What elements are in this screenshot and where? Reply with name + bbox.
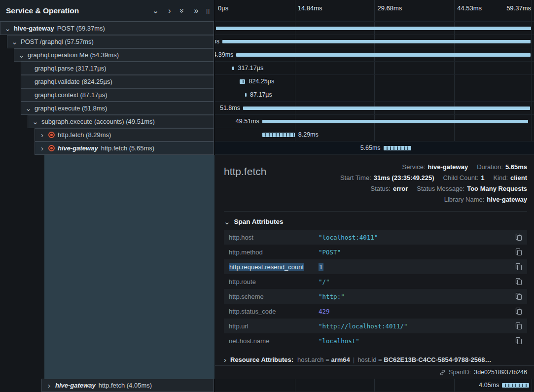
attribute-value: "POST" [319,249,510,256]
separator: | [350,356,357,363]
tree-header: Service & Operation ⌄›»» || [0,0,214,22]
tree-row[interactable]: ⌄graphql.execute (51.8ms) [21,102,214,115]
equals-sign: = [376,356,384,363]
copy-button[interactable] [510,263,522,271]
attribute-key: http.request.resend_count [229,263,319,271]
attribute-row: http.status_code429 [224,304,527,319]
chevron-right-icon[interactable]: › [168,7,171,15]
meta-key: Start Time: [340,174,371,181]
chevron-down-icon[interactable]: ⌄ [32,115,38,128]
copy-button[interactable] [510,292,522,300]
meta-pair: Kind:client [493,173,527,183]
span-bar[interactable] [240,79,245,84]
meta-value: hive-gateway [428,163,468,171]
span-bar[interactable] [262,133,295,137]
equals-sign: = [324,356,331,363]
span-bar[interactable] [232,67,235,70]
span-label: subgraph.execute (accounts) (49.51ms) [41,118,155,125]
meta-line: Library Name:hive-gateway [444,194,527,205]
span-detail-panel: http.fetch Service:hive-gatewayDuration:… [215,155,534,379]
chevron-down-icon[interactable]: ⌄ [11,35,18,48]
span-name: http.fetch [224,166,266,178]
copy-button[interactable] [510,337,522,345]
span-tree-panel: Service & Operation ⌄›»» || ⌄hive-gatewa… [0,0,214,392]
span-label: graphql.context (87.17µs) [35,91,107,99]
timeline-row: 51.8ms [215,102,534,115]
resource-attributes-summary: host.arch = arm64|host.id = BC62E13B-C4C… [297,356,491,363]
tree-row[interactable]: ⌄graphql.operation Me (54.39ms) [14,48,214,62]
timeline-bottom-row: 4.05ms [215,379,534,392]
bar-duration-label: 4.05ms [479,379,499,392]
copy-button[interactable] [510,233,522,241]
panel-title: Service & Operation [6,6,79,15]
span-bar[interactable] [262,120,529,123]
attribute-key: net.host.name [229,337,319,345]
tree-row[interactable]: ›hive-gatewayhttp.fetch (4.05ms) [41,379,214,392]
tree-row[interactable]: graphql.context (87.17µs) [21,88,214,102]
link-icon[interactable] [439,369,446,376]
meta-key: Status: [371,185,391,192]
ruler-tick: 14.84ms [298,4,322,12]
span-bar[interactable] [502,383,529,388]
span-bar[interactable] [222,40,531,43]
span-detail-footer: SpanID: 3de02518937fb246 [215,365,534,379]
chevron-right-icon[interactable]: › [39,128,45,142]
span-label: http.fetch (4.05ms) [99,382,152,389]
attribute-value: "localhost" [319,337,510,345]
timeline-row: 87.17µs [215,88,534,102]
timeline: 0µs14.84ms29.68ms44.53ms59.37ms 57.57ms5… [215,0,534,155]
chevron-right-icon[interactable]: › [46,379,52,392]
resource-attributes-section-toggle[interactable]: › Resource Attributes: host.arch = arm64… [215,348,534,363]
tree-row[interactable]: ⌄hive-gatewayPOST (59.37ms) [0,22,214,35]
tree-row[interactable]: ⌄POST /graphql (57.57ms) [7,35,214,48]
chevron-right-icon[interactable]: › [39,142,45,155]
copy-button[interactable] [510,248,522,256]
copy-icon [515,233,522,241]
attribute-key: http.url [229,322,319,330]
span-label: POST (59.37ms) [57,25,105,32]
meta-pair: Library Name:hive-gateway [444,194,527,205]
span-bar[interactable] [236,53,531,57]
span-attributes-table: http.host"localhost:4011"http.method"POS… [224,230,527,348]
span-bar[interactable] [245,93,247,97]
selected-span-region [44,155,214,379]
span-detail-header: http.fetch Service:hive-gatewayDuration:… [215,155,534,205]
attribute-row: http.method"POST" [224,245,527,259]
selected-text: 1 [319,263,323,271]
meta-value: error [393,185,408,192]
expand-all-icon[interactable]: » [194,7,198,15]
timeline-ruler: 0µs14.84ms29.68ms44.53ms59.37ms [215,0,534,22]
bar-duration-label: 49.51ms [236,115,259,128]
chevron-down-icon[interactable]: ⌄ [152,7,159,15]
collapse-all-icon[interactable]: » [178,8,186,13]
attribute-key: http.scheme [229,293,319,300]
tree-row[interactable]: ›hive-gatewayhttp.fetch (5.65ms) [35,142,214,155]
tree-row[interactable]: graphql.validate (824.25µs) [21,75,214,88]
span-bar[interactable] [216,27,531,30]
bar-duration-label: 8.29ms [298,128,319,141]
copy-icon [515,263,522,271]
chevron-down-icon[interactable]: ⌄ [18,48,25,62]
copy-icon [515,307,522,315]
resource-value: BC62E13B-C4CC-5854-9788-2568… [384,356,491,363]
span-bar[interactable] [384,146,411,150]
copy-button[interactable] [510,278,522,285]
attribute-key: http.method [229,249,319,256]
copy-icon [515,337,522,345]
span-label: graphql.execute (51.8ms) [35,105,107,112]
chevron-down-icon[interactable]: ⌄ [4,22,11,35]
tree-row[interactable]: graphql.parse (317.17µs) [21,62,214,75]
meta-pair: Status Message:Too Many Requests [417,183,527,194]
copy-button[interactable] [510,322,522,330]
tree-row[interactable]: ›http.fetch (8.29ms) [35,128,214,142]
copy-button[interactable] [510,307,522,315]
panel-resize-handle[interactable]: || [206,8,210,14]
attribute-row: http.scheme"http:" [224,289,527,304]
resource-value: arm64 [331,356,350,363]
chevron-down-icon[interactable]: ⌄ [25,102,32,115]
span-bar[interactable] [243,107,530,110]
copy-icon [515,248,522,256]
span-attributes-section-toggle[interactable]: ⌄ Span Attributes [215,212,534,230]
meta-pair: Child Count:1 [443,173,485,183]
tree-row[interactable]: ⌄subgraph.execute (accounts) (49.51ms) [28,115,214,128]
